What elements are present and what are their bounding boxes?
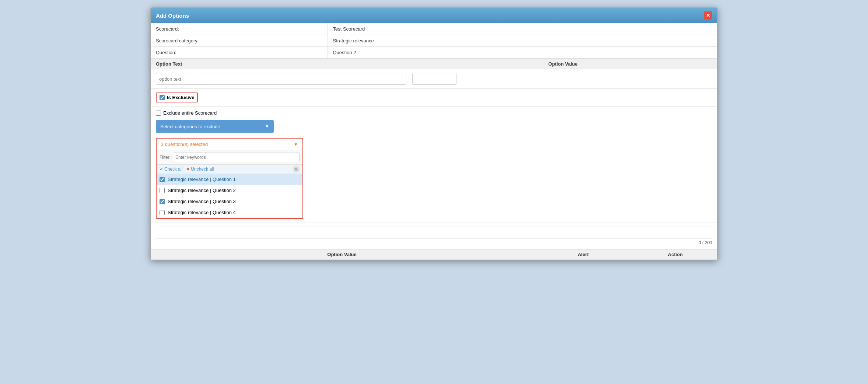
exclude-entire-checkbox[interactable] [156,111,161,116]
questions-selected-label: 2 question(s) selected [161,142,208,147]
is-exclusive-label[interactable]: Is Exclusive [156,92,198,102]
question-item-2[interactable]: Strategic relevance | Question 2 [157,185,302,196]
column-headers: Option Text Option Value [151,59,717,69]
questions-selected-header[interactable]: 2 question(s) selected ▼ [157,139,302,150]
scorecard-value: Test Scorecard [328,23,717,35]
question-row: Question: Question 2 [151,47,717,59]
categories-dropdown-arrow-icon: ▼ [265,124,269,129]
check-all-icon: ✓ [160,167,163,172]
question-4-label: Strategic relevance | Question 4 [168,210,236,215]
check-all-button[interactable]: ✓ Check all [160,167,182,172]
categories-dropdown-button[interactable]: Select categories to exclude ▼ [156,120,274,133]
uncheck-all-icon: ✕ [186,167,190,172]
modal-close-button[interactable]: ✕ [704,11,712,20]
modal: Add Options ✕ Scorecard: Test Scorecard … [150,7,718,260]
option-value-input[interactable] [412,73,456,85]
modal-body: Scorecard: Test Scorecard Scorecard cate… [151,23,717,260]
is-exclusive-checkbox[interactable] [160,95,165,100]
bottom-table-header: Option Value Alert Action [151,249,717,260]
input-section [151,69,717,89]
question-value: Question 2 [328,47,717,59]
question-item-4[interactable]: Strategic relevance | Question 4 [157,207,302,218]
bottom-option-value-header: Option Value [156,252,528,257]
exclude-entire-label: Exclude entire Scorecard [163,110,217,116]
question-item-3[interactable]: Strategic relevance | Question 3 [157,196,302,207]
scorecard-category-value: Strategic relevance [328,35,717,47]
is-exclusive-text: Is Exclusive [167,95,194,100]
scorecard-category-label: Scorecard category: [151,35,328,47]
filter-row: Filter: [157,150,302,165]
modal-title: Add Options [156,13,189,19]
questions-dropdown-container: 2 question(s) selected ▼ Filter: ✓ Check… [156,138,303,219]
question-2-checkbox[interactable] [160,188,165,193]
check-all-label: Check all [164,167,182,172]
categories-dropdown-label: Select categories to exclude [160,124,220,129]
option-text-header: Option Text [156,61,414,67]
info-table: Scorecard: Test Scorecard Scorecard cate… [151,23,717,59]
question-1-checkbox[interactable] [160,177,165,182]
option-value-header: Option Value [414,61,712,67]
bottom-alert-header: Alert [528,252,638,257]
note-textarea[interactable] [156,227,712,238]
close-dropdown-icon: ✕ [294,166,298,172]
exclusive-section: Is Exclusive [151,89,717,107]
check-uncheck-row: ✓ Check all ✕ Uncheck all ✕ [157,165,302,174]
uncheck-all-button[interactable]: ✕ Uncheck all [186,167,214,172]
exclude-entire-row: Exclude entire Scorecard [156,110,712,116]
filter-input[interactable] [173,153,300,162]
question-4-checkbox[interactable] [160,210,165,215]
question-item-1[interactable]: Strategic relevance | Question 1 [157,174,302,185]
note-section: 0 / 200 [151,223,717,249]
scorecard-row: Scorecard: Test Scorecard [151,23,717,35]
question-3-label: Strategic relevance | Question 3 [168,199,236,204]
modal-header: Add Options ✕ [151,8,717,23]
exclude-options: Exclude entire Scorecard Select categori… [151,107,717,223]
close-dropdown-button[interactable]: ✕ [293,166,300,172]
questions-selected-arrow-icon: ▼ [294,142,298,147]
question-label: Question: [151,47,328,59]
question-2-label: Strategic relevance | Question 2 [168,188,236,193]
filter-label: Filter: [160,155,171,160]
option-text-input[interactable] [156,73,406,85]
bottom-action-header: Action [638,252,712,257]
question-3-checkbox[interactable] [160,199,165,204]
question-1-label: Strategic relevance | Question 1 [168,177,236,182]
scorecard-label: Scorecard: [151,23,328,35]
scorecard-category-row: Scorecard category: Strategic relevance [151,35,717,47]
note-count: 0 / 200 [156,240,712,245]
input-row [156,73,712,85]
uncheck-all-label: Uncheck all [191,167,214,172]
